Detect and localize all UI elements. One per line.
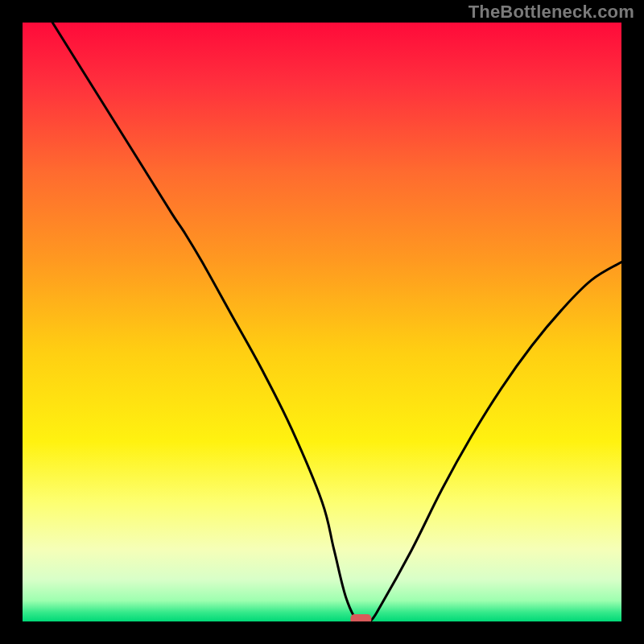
chart-frame: TheBottleneck.com <box>0 0 644 644</box>
bottleneck-chart <box>0 0 644 644</box>
watermark-text: TheBottleneck.com <box>469 2 634 23</box>
plot-area-gradient <box>23 23 621 621</box>
optimal-marker <box>350 614 371 624</box>
